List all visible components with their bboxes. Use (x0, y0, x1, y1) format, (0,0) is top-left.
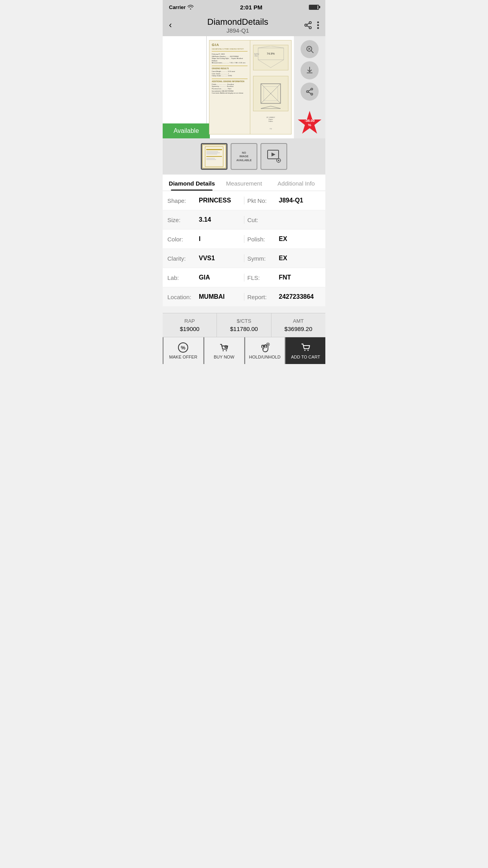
tab-diamond-details[interactable]: Diamond Details (166, 175, 218, 191)
status-bar: Carrier 2:01 PM (163, 0, 325, 14)
svg-rect-37 (206, 151, 218, 152)
svg-point-2 (309, 27, 312, 29)
make-offer-label: MAKE OFFER (169, 355, 198, 359)
cert-right-panel: 74.9% slightly thin (250, 40, 291, 134)
hold-unhold-button[interactable]: HOLD/UNHOLD (244, 337, 285, 364)
cut-cell: Cut: (248, 217, 321, 223)
thumbnail-video[interactable] (261, 143, 287, 170)
nav-bar: ‹ DiamondDetails J894-Q1 (163, 14, 325, 36)
add-to-cart-button[interactable]: ADD TO CART (285, 337, 325, 364)
clarity-value: VVS1 (199, 255, 215, 262)
tab-measurement[interactable]: Measurement (218, 175, 270, 191)
carrier-info: Carrier (169, 4, 194, 10)
row-divider (244, 216, 244, 224)
image-section: Available GIA GIA NATURAL D-PRIME GRADIN… (163, 36, 325, 138)
main-image-area: Available (163, 36, 207, 138)
page-title: DiamondDetails (172, 17, 304, 27)
svg-point-31 (311, 93, 313, 95)
svg-point-54 (226, 350, 227, 351)
make-offer-button[interactable]: % MAKE OFFER (163, 337, 204, 364)
cert-left-panel: GIA GIA NATURAL D-PRIME GRADING REPORT F… (209, 40, 250, 134)
back-icon: ‹ (169, 20, 172, 30)
thumbnails-row: NOIMAGEAVAILABLE (163, 138, 325, 175)
svg-line-11 (258, 60, 271, 68)
size-label: Size: (167, 217, 199, 223)
battery-icon (309, 5, 319, 10)
share-icon (304, 21, 312, 29)
rap-cell: RAP $19000 (163, 313, 217, 337)
report-value: 2427233864 (279, 293, 314, 300)
svg-marker-24 (261, 106, 281, 108)
download-icon (305, 66, 314, 75)
svg-rect-42 (206, 159, 216, 160)
lab-label: Lab: (167, 274, 199, 281)
tabs-row: Diamond Details Measurement Additional I… (163, 175, 325, 191)
download-button[interactable] (301, 61, 319, 79)
svg-point-5 (317, 21, 319, 23)
detail-row-clarity: Clarity: VVS1 Symm: EX (163, 249, 325, 268)
detail-row-lab: Lab: GIA FLS: FNT (163, 268, 325, 287)
amt-label: AMT (273, 318, 324, 324)
svg-line-3 (307, 26, 309, 27)
detail-row-color: Color: I Polish: EX (163, 230, 325, 249)
svg-point-0 (309, 22, 312, 24)
no-image-label: NOIMAGEAVAILABLE (236, 151, 251, 162)
svg-point-29 (311, 88, 313, 90)
back-button[interactable]: ‹ (169, 20, 172, 30)
pkt-value: J894-Q1 (279, 197, 303, 204)
color-cell: Color: I (167, 235, 241, 243)
rap-label: RAP (164, 318, 215, 324)
amt-value: $36989.20 (273, 326, 324, 332)
search-x-icon (305, 45, 314, 53)
svg-text:thin: thin (254, 55, 257, 57)
available-button[interactable]: Available (163, 123, 210, 138)
discount-text: -38.00% (305, 119, 315, 127)
polish-cell: Polish: EX (248, 235, 321, 243)
nav-title-area: DiamondDetails J894-Q1 (172, 17, 304, 34)
buy-now-icon (218, 342, 229, 353)
zoom-search-button[interactable] (301, 40, 319, 58)
svg-point-7 (317, 27, 319, 29)
per-cts-value: $11780.00 (218, 326, 269, 332)
svg-rect-39 (206, 154, 217, 154)
per-cts-label: $/CTS (218, 318, 269, 324)
gia-logo: GIA (212, 43, 248, 47)
tab-additional-info[interactable]: Additional Info (270, 175, 322, 191)
share-action-icon (305, 87, 314, 96)
thumbnail-cert[interactable] (201, 143, 227, 170)
color-value: I (199, 235, 200, 243)
share-button[interactable] (304, 21, 312, 29)
share-action-button[interactable] (301, 83, 319, 101)
svg-point-53 (223, 350, 224, 351)
shape-label: Shape: (167, 197, 199, 204)
add-to-cart-label: ADD TO CART (291, 355, 320, 359)
symm-cell: Symm: EX (248, 255, 321, 262)
gia-certificate: GIA GIA NATURAL D-PRIME GRADING REPORT F… (209, 40, 292, 134)
rap-value: $19000 (164, 326, 215, 332)
more-button[interactable] (317, 21, 319, 29)
svg-text:%: % (181, 345, 186, 351)
buy-now-button[interactable]: BUY NOW (204, 337, 244, 364)
buy-now-label: BUY NOW (214, 355, 234, 359)
row-divider (244, 274, 244, 281)
symm-label: Symm: (248, 255, 279, 262)
more-icon (317, 21, 319, 29)
size-cell: Size: 3.14 (167, 216, 241, 223)
battery-area (309, 5, 319, 10)
color-label: Color: (167, 236, 199, 243)
side-action-panel: -38.00% (294, 36, 325, 138)
size-value: 3.14 (199, 216, 211, 223)
add-to-cart-icon (300, 342, 311, 353)
svg-point-60 (307, 350, 308, 351)
location-label: Location: (167, 294, 199, 300)
video-settings-icon (267, 149, 281, 164)
svg-rect-36 (206, 149, 222, 150)
row-divider (244, 254, 244, 262)
discount-badge: -38.00% (297, 110, 323, 136)
svg-text:74.9%: 74.9% (267, 52, 275, 55)
hold-unhold-icon (259, 342, 270, 353)
svg-point-59 (304, 350, 305, 351)
thumbnail-no-image[interactable]: NOIMAGEAVAILABLE (231, 143, 257, 170)
polish-label: Polish: (248, 236, 279, 243)
hold-unhold-label: HOLD/UNHOLD (249, 355, 281, 359)
